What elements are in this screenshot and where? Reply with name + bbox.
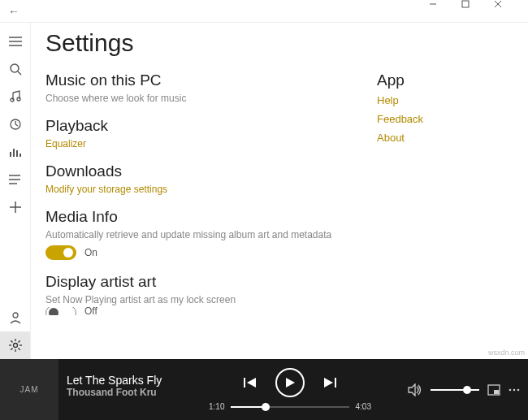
- progress-thumb[interactable]: [262, 403, 270, 411]
- section-app: App Help Feedback About: [377, 71, 515, 144]
- storage-settings-link[interactable]: Modify your storage settings: [45, 184, 344, 195]
- svg-line-8: [18, 71, 21, 75]
- volume-thumb[interactable]: [463, 386, 471, 394]
- add-icon[interactable]: [0, 193, 30, 221]
- section-description: Choose where we look for music: [45, 93, 344, 104]
- track-artist: Thousand Foot Kru: [67, 387, 174, 398]
- volume-slider[interactable]: [431, 389, 479, 391]
- equalizer-link[interactable]: Equalizer: [45, 138, 344, 149]
- toggle-label: On: [84, 247, 97, 258]
- help-link[interactable]: Help: [377, 94, 515, 106]
- svg-rect-1: [462, 1, 469, 7]
- previous-track-button[interactable]: [243, 377, 258, 388]
- close-button[interactable]: [494, 0, 526, 23]
- settings-main: Settings Music on this PC Choose where w…: [31, 23, 528, 359]
- svg-line-32: [11, 349, 12, 350]
- svg-line-33: [18, 340, 19, 342]
- svg-point-25: [13, 344, 17, 348]
- hamburger-icon[interactable]: [0, 28, 30, 55]
- section-music-on-pc: Music on this PC Choose where we look fo…: [45, 71, 344, 104]
- svg-point-43: [513, 388, 516, 391]
- total-duration: 4:03: [356, 402, 371, 411]
- track-info[interactable]: Let The Sparks Fly Thousand Foot Kru: [58, 359, 180, 420]
- maximize-button[interactable]: [461, 0, 494, 23]
- nav-rail: [0, 23, 31, 359]
- about-link[interactable]: About: [377, 132, 515, 144]
- more-icon[interactable]: [509, 384, 520, 396]
- svg-rect-16: [13, 149, 15, 157]
- svg-point-7: [11, 64, 19, 72]
- svg-line-30: [11, 340, 12, 342]
- svg-rect-18: [19, 154, 21, 157]
- section-heading: Downloads: [45, 162, 344, 180]
- section-playback: Playback Equalizer: [45, 117, 344, 149]
- music-note-icon[interactable]: [0, 83, 30, 110]
- minimize-button[interactable]: [429, 0, 461, 23]
- section-heading: Display artist art: [45, 273, 344, 291]
- svg-point-10: [17, 97, 20, 101]
- section-heading: App: [377, 71, 515, 89]
- progress-slider[interactable]: [231, 406, 348, 408]
- player-bar: JAM Let The Sparks Fly Thousand Foot Kru…: [0, 359, 528, 420]
- svg-point-24: [13, 313, 18, 318]
- svg-marker-37: [324, 378, 333, 388]
- svg-line-31: [18, 349, 19, 350]
- track-title: Let The Sparks Fly: [67, 374, 174, 387]
- toggle-label: Off: [84, 307, 97, 315]
- now-playing-bars-icon[interactable]: [0, 138, 30, 166]
- svg-point-42: [509, 388, 512, 391]
- page-title: Settings: [45, 29, 515, 57]
- section-heading: Music on this PC: [45, 71, 344, 89]
- feedback-link[interactable]: Feedback: [377, 113, 515, 125]
- svg-point-44: [517, 388, 520, 391]
- settings-icon[interactable]: [0, 331, 30, 359]
- artist-art-toggle[interactable]: [45, 307, 76, 315]
- search-icon[interactable]: [0, 55, 30, 83]
- elapsed-time: 1:10: [209, 402, 224, 411]
- watermark: wsxdn.com: [488, 349, 525, 357]
- album-art[interactable]: JAM: [0, 359, 58, 420]
- svg-rect-15: [10, 152, 11, 157]
- account-icon[interactable]: [0, 304, 30, 331]
- svg-rect-41: [494, 390, 499, 394]
- section-media-info: Media Info Automatically retrieve and up…: [45, 208, 344, 260]
- back-button[interactable]: ←: [2, 5, 26, 18]
- mini-player-icon[interactable]: [487, 384, 500, 396]
- playlist-icon[interactable]: [0, 166, 30, 193]
- section-artist-art: Display artist art Set Now Playing artis…: [45, 273, 344, 315]
- titlebar: ←: [0, 0, 528, 23]
- recent-icon[interactable]: [0, 110, 30, 138]
- play-button[interactable]: [275, 368, 305, 397]
- section-heading: Media Info: [45, 208, 344, 226]
- svg-rect-17: [16, 150, 18, 157]
- svg-marker-36: [286, 378, 295, 388]
- svg-marker-35: [247, 378, 256, 388]
- svg-marker-39: [409, 384, 415, 396]
- section-description: Automatically retrieve and update missin…: [45, 229, 344, 240]
- section-heading: Playback: [45, 117, 344, 135]
- section-downloads: Downloads Modify your storage settings: [45, 162, 344, 195]
- next-track-button[interactable]: [322, 377, 337, 388]
- section-description: Set Now Playing artist art as my lock sc…: [45, 294, 344, 305]
- volume-icon[interactable]: [408, 383, 422, 396]
- svg-line-14: [15, 124, 18, 126]
- media-info-toggle[interactable]: [45, 245, 76, 260]
